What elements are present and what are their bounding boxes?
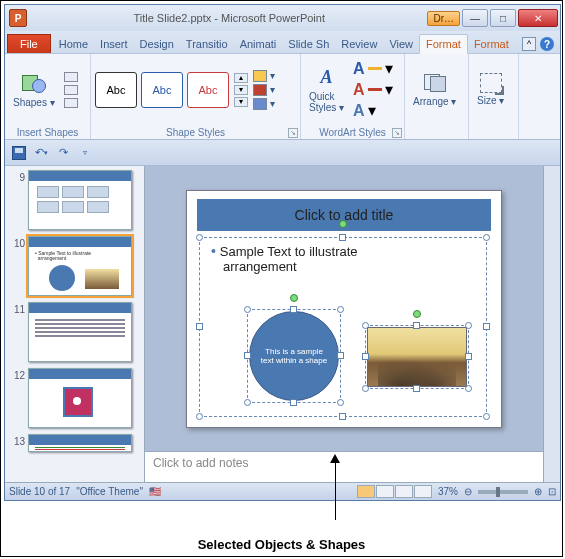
tab-transitions[interactable]: Transitio <box>180 35 234 53</box>
group-shape-styles: Abc Abc Abc ▴ ▾ ▾ ▾ ▾ ▾ Shape Styles ↘ <box>91 54 301 139</box>
quick-styles-label: QuickStyles ▾ <box>309 91 344 113</box>
thumb-number: 13 <box>11 434 25 447</box>
tab-slideshow[interactable]: Slide Sh <box>282 35 335 53</box>
minimize-ribbon-button[interactable]: ^ <box>522 37 536 51</box>
arrange-label: Arrange ▾ <box>413 96 456 107</box>
group-label: Shape Styles <box>91 126 300 139</box>
slide-counter: Slide 10 of 17 <box>9 486 70 497</box>
group-size: Size ▾ <box>469 54 519 139</box>
tab-design[interactable]: Design <box>134 35 180 53</box>
gallery-down-button[interactable]: ▾ <box>234 85 248 95</box>
fit-to-window-button[interactable]: ⊡ <box>548 486 556 497</box>
shapes-button[interactable]: Shapes ▾ <box>9 69 59 110</box>
tab-format-picture[interactable]: Format <box>468 35 515 53</box>
thumb-number: 12 <box>11 368 25 381</box>
tab-home[interactable]: Home <box>53 35 94 53</box>
reading-view-button[interactable] <box>395 485 413 498</box>
size-button[interactable]: Size ▾ <box>473 71 508 108</box>
thumb-number: 9 <box>11 170 25 183</box>
style-preset-1[interactable]: Abc <box>95 72 137 108</box>
text-effects-button[interactable]: A▾ <box>353 101 393 120</box>
window-title: Title Slide2.pptx - Microsoft PowerPoint <box>31 12 427 24</box>
view-buttons <box>357 485 432 498</box>
zoom-in-button[interactable]: ⊕ <box>534 486 542 497</box>
dialog-launcher-icon[interactable]: ↘ <box>392 128 402 138</box>
workspace: 9 10 • Sample Text to illustrate arrange… <box>5 166 560 482</box>
slide-thumbnail-10[interactable]: • Sample Text to illustrate arrangement <box>28 236 132 296</box>
shape-fill-button[interactable]: ▾ <box>253 70 275 82</box>
tab-format-drawing[interactable]: Format <box>419 34 468 54</box>
zoom-level[interactable]: 37% <box>438 486 458 497</box>
text-outline-button[interactable]: A▾ <box>353 80 393 99</box>
image-selection[interactable] <box>365 325 469 389</box>
ribbon-tabs: File Home Insert Design Transitio Animat… <box>5 31 560 54</box>
slide-thumbnail-13[interactable] <box>28 434 132 452</box>
theme-name: "Office Theme" <box>76 486 143 497</box>
drawing-tools-tab[interactable]: Dr… <box>427 11 460 26</box>
body-text[interactable]: Sample Text to illustrate arrangement <box>211 243 481 274</box>
zoom-slider[interactable] <box>478 490 528 494</box>
redo-button[interactable]: ↷ <box>55 145 71 161</box>
shapes-gallery-mini[interactable] <box>64 72 78 108</box>
app-icon: P <box>9 9 27 27</box>
maximize-button[interactable]: □ <box>490 9 516 27</box>
style-preset-3[interactable]: Abc <box>187 72 229 108</box>
shape-style-tools: ▾ ▾ ▾ <box>251 70 277 110</box>
group-label: WordArt Styles <box>301 126 404 139</box>
save-icon <box>12 146 26 160</box>
style-preset-2[interactable]: Abc <box>141 72 183 108</box>
undo-button[interactable]: ↶▾ <box>33 145 49 161</box>
shapes-label: Shapes ▾ <box>13 97 55 108</box>
slide-thumbnail-12[interactable] <box>28 368 132 428</box>
size-label: Size ▾ <box>477 95 504 106</box>
tab-animations[interactable]: Animati <box>234 35 283 53</box>
wordart-tools: A▾ A▾ A▾ <box>353 59 393 120</box>
edit-pane: Click to add title Sample Text to illust… <box>145 166 543 482</box>
slideshow-view-button[interactable] <box>414 485 432 498</box>
quick-styles-icon: A <box>315 67 339 89</box>
shape-effects-button[interactable]: ▾ <box>253 98 275 110</box>
slide-canvas[interactable]: Click to add title Sample Text to illust… <box>145 166 543 451</box>
text-fill-button[interactable]: A▾ <box>353 59 393 78</box>
gallery-more-button[interactable]: ▾ <box>234 97 248 107</box>
sorter-view-button[interactable] <box>376 485 394 498</box>
thumb-number: 10 <box>11 236 25 249</box>
annotation-arrow <box>335 460 336 520</box>
size-icon <box>480 73 502 93</box>
gallery-up-button[interactable]: ▴ <box>234 73 248 83</box>
arrange-button[interactable]: Arrange ▾ <box>409 70 460 109</box>
slide: Click to add title Sample Text to illust… <box>186 190 502 428</box>
annotation-label: Selected Objects & Shapes <box>1 537 562 552</box>
group-arrange: Arrange ▾ <box>405 54 469 139</box>
status-bar: Slide 10 of 17 "Office Theme" 🇺🇸 37% ⊖ ⊕… <box>5 482 560 500</box>
thumb-number: 11 <box>11 302 25 315</box>
vertical-scrollbar[interactable] <box>543 166 560 482</box>
titlebar: P Title Slide2.pptx - Microsoft PowerPoi… <box>5 5 560 31</box>
shapes-icon <box>20 71 48 95</box>
ribbon: Shapes ▾ Insert Shapes Abc Abc Abc ▴ ▾ ▾… <box>5 54 560 140</box>
arrange-icon <box>422 72 448 94</box>
zoom-out-button[interactable]: ⊖ <box>464 486 472 497</box>
slide-thumbnail-pane[interactable]: 9 10 • Sample Text to illustrate arrange… <box>5 166 145 482</box>
save-button[interactable] <box>11 145 27 161</box>
language-indicator[interactable]: 🇺🇸 <box>149 486 161 497</box>
shape-style-gallery[interactable]: Abc Abc Abc <box>95 72 229 108</box>
qat-customize-button[interactable]: ▿ <box>77 145 93 161</box>
notes-pane[interactable]: Click to add notes <box>145 451 543 482</box>
quick-access-toolbar: ↶▾ ↷ ▿ <box>5 140 560 166</box>
tab-review[interactable]: Review <box>335 35 383 53</box>
tab-view[interactable]: View <box>383 35 419 53</box>
normal-view-button[interactable] <box>357 485 375 498</box>
group-insert-shapes: Shapes ▾ Insert Shapes <box>5 54 91 139</box>
minimize-button[interactable]: — <box>462 9 488 27</box>
help-icon[interactable]: ? <box>540 37 554 51</box>
slide-thumbnail-11[interactable] <box>28 302 132 362</box>
tab-insert[interactable]: Insert <box>94 35 134 53</box>
shape-outline-button[interactable]: ▾ <box>253 84 275 96</box>
close-button[interactable]: ✕ <box>518 9 558 27</box>
tab-file[interactable]: File <box>7 34 51 53</box>
circle-selection[interactable] <box>247 309 341 403</box>
slide-thumbnail-9[interactable] <box>28 170 132 230</box>
quick-styles-button[interactable]: A QuickStyles ▾ <box>305 65 348 115</box>
dialog-launcher-icon[interactable]: ↘ <box>288 128 298 138</box>
